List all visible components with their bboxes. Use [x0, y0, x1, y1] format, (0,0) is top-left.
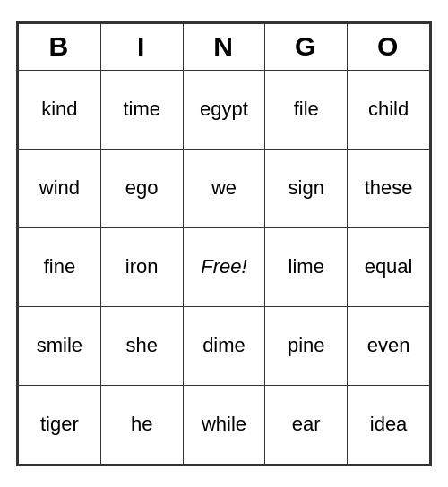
- header-g: G: [265, 23, 348, 70]
- cell-r0-c0: kind: [19, 70, 101, 149]
- cell-r3-c1: she: [100, 306, 183, 385]
- cell-r2-c3: lime: [265, 227, 348, 306]
- header-row: B I N G O: [19, 23, 430, 70]
- cell-r2-c1: iron: [100, 227, 183, 306]
- cell-r0-c4: child: [348, 70, 430, 149]
- table-row: fineironFree!limeequal: [19, 227, 430, 306]
- table-row: kindtimeegyptfilechild: [19, 70, 430, 149]
- header-b: B: [19, 23, 101, 70]
- cell-r4-c1: he: [100, 385, 183, 464]
- cell-r4-c3: ear: [265, 385, 348, 464]
- bingo-body: kindtimeegyptfilechildwindegowesignthese…: [19, 70, 430, 464]
- table-row: tigerhewhileearidea: [19, 385, 430, 464]
- header-n: N: [183, 23, 265, 70]
- cell-r3-c4: even: [348, 306, 430, 385]
- bingo-table: B I N G O kindtimeegyptfilechildwindegow…: [18, 23, 430, 465]
- cell-r4-c0: tiger: [19, 385, 101, 464]
- cell-r0-c1: time: [100, 70, 183, 149]
- cell-r1-c0: wind: [19, 149, 101, 227]
- cell-r4-c2: while: [183, 385, 265, 464]
- cell-r3-c0: smile: [19, 306, 101, 385]
- cell-r1-c4: these: [348, 149, 430, 227]
- cell-r2-c0: fine: [19, 227, 101, 306]
- cell-r3-c3: pine: [265, 306, 348, 385]
- cell-r2-c4: equal: [348, 227, 430, 306]
- table-row: windegowesignthese: [19, 149, 430, 227]
- table-row: smileshedimepineeven: [19, 306, 430, 385]
- cell-r3-c2: dime: [183, 306, 265, 385]
- cell-r1-c1: ego: [100, 149, 183, 227]
- header-o: O: [348, 23, 430, 70]
- cell-r4-c4: idea: [348, 385, 430, 464]
- cell-r0-c2: egypt: [183, 70, 265, 149]
- cell-r2-c2: Free!: [183, 227, 265, 306]
- bingo-card: B I N G O kindtimeegyptfilechildwindegow…: [16, 21, 432, 466]
- cell-r0-c3: file: [265, 70, 348, 149]
- cell-r1-c2: we: [183, 149, 265, 227]
- cell-r1-c3: sign: [265, 149, 348, 227]
- header-i: I: [100, 23, 183, 70]
